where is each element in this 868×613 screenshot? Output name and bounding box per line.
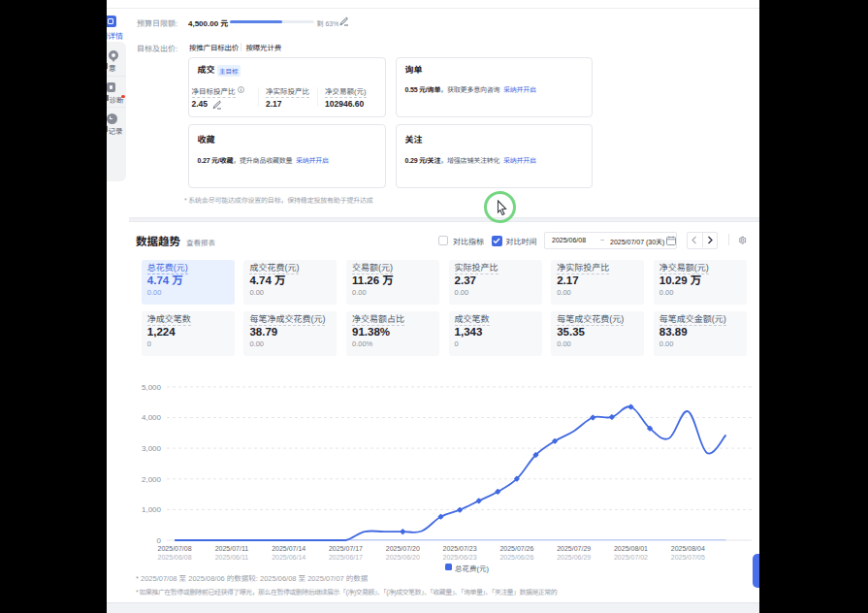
svg-text:2025/07/08: 2025/07/08	[158, 545, 192, 552]
svg-text:2,000: 2,000	[142, 475, 162, 484]
svg-text:2025/07/02: 2025/07/02	[614, 554, 648, 561]
svg-text:2025/07/26: 2025/07/26	[499, 545, 533, 552]
svg-text:2025/07/29: 2025/07/29	[557, 545, 591, 552]
svg-text:2025/06/14: 2025/06/14	[272, 554, 305, 561]
svg-text:5,000: 5,000	[142, 383, 162, 392]
svg-text:4,000: 4,000	[142, 413, 162, 422]
svg-text:2025/06/26: 2025/06/26	[499, 554, 533, 561]
svg-text:2025/07/14: 2025/07/14	[272, 545, 305, 552]
svg-text:2025/07/20: 2025/07/20	[386, 545, 420, 552]
svg-text:2025/07/05: 2025/07/05	[671, 554, 705, 561]
svg-text:2025/07/17: 2025/07/17	[329, 545, 363, 552]
svg-text:2025/08/04: 2025/08/04	[671, 545, 705, 552]
svg-text:3,000: 3,000	[142, 444, 162, 453]
svg-text:2025/07/11: 2025/07/11	[215, 545, 249, 552]
svg-text:2025/06/29: 2025/06/29	[557, 554, 591, 561]
svg-text:0: 0	[157, 536, 162, 545]
svg-text:2025/06/20: 2025/06/20	[386, 554, 420, 561]
svg-text:2025/06/08: 2025/06/08	[158, 554, 192, 561]
svg-text:2025/06/11: 2025/06/11	[215, 554, 249, 561]
svg-text:2025/06/23: 2025/06/23	[443, 554, 477, 561]
svg-text:2025/06/17: 2025/06/17	[329, 554, 363, 561]
svg-text:2025/07/23: 2025/07/23	[443, 545, 477, 552]
svg-text:1,000: 1,000	[142, 505, 162, 514]
svg-text:2025/08/01: 2025/08/01	[614, 545, 648, 552]
